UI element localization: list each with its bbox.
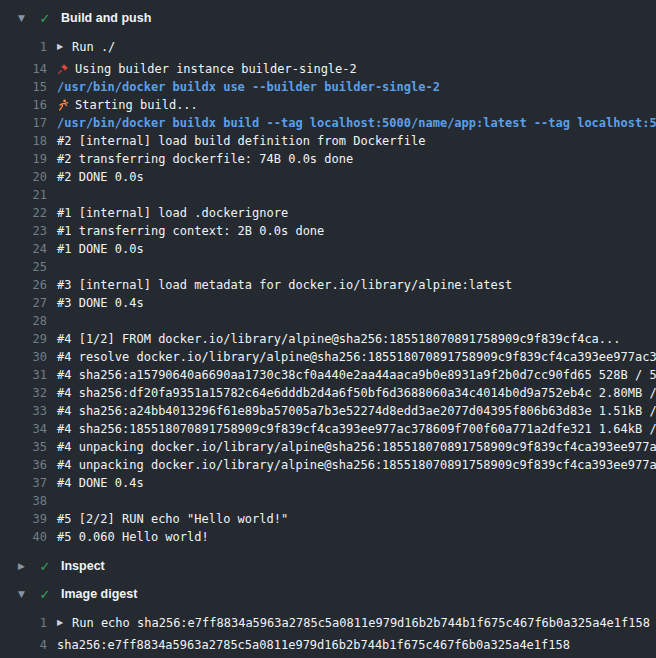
log-line: 32 #4 sha256:df20fa9351a15782c64e6dddb2d… xyxy=(0,384,656,402)
log-line-content: #3 DONE 0.4s xyxy=(57,294,144,312)
log-line-content: /usr/bin/docker buildx use --builder bui… xyxy=(57,78,440,96)
log-text: #4 unpacking docker.io/library/alpine@sh… xyxy=(57,438,656,456)
log-line-content: #2 [internal] load build definition from… xyxy=(57,132,425,150)
chevron-right-icon[interactable]: ▶ xyxy=(18,561,31,571)
line-number[interactable]: 19 xyxy=(0,150,47,168)
log-text: #5 [2/2] RUN echo "Hello world!" xyxy=(57,510,288,528)
expand-line-icon[interactable]: ▶ xyxy=(57,38,66,56)
check-icon: ✓ xyxy=(38,11,52,26)
log-line: 34 #4 sha256:185518070891758909c9f839cf4… xyxy=(0,420,656,438)
section-header[interactable]: ▼ ✓ Image digest xyxy=(0,580,656,608)
log-line-content: #1 DONE 0.0s xyxy=(57,240,144,258)
log-line: 26 #3 [internal] load metadata for docke… xyxy=(0,276,656,294)
line-number[interactable]: 23 xyxy=(0,222,47,240)
check-icon: ✓ xyxy=(38,587,52,602)
line-number[interactable]: 35 xyxy=(0,438,47,456)
log-text: Starting build... xyxy=(75,96,198,114)
section-body: 1 ▶Run ./ 14 Using builder instance buil… xyxy=(0,32,656,552)
workflow-log: ▼ ✓ Build and push 1 ▶Run ./ 14 Using bu… xyxy=(0,0,656,658)
chevron-down-icon[interactable]: ▼ xyxy=(18,13,31,23)
line-number[interactable]: 20 xyxy=(0,168,47,186)
expand-line-icon[interactable]: ▶ xyxy=(57,614,66,632)
section-header[interactable]: ▼ ✓ Build and push xyxy=(0,4,656,32)
log-text: #1 [internal] load .dockerignore xyxy=(57,204,288,222)
log-line-content: /usr/bin/docker buildx build --tag local… xyxy=(57,114,656,132)
line-number[interactable]: 25 xyxy=(0,258,47,276)
log-line-content: ▶Run echo sha256:e7ff8834a5963a2785c5a08… xyxy=(57,614,650,632)
line-number[interactable]: 17 xyxy=(0,114,47,132)
section-header[interactable]: ▶ ✓ Inspect xyxy=(0,552,656,580)
log-line: 30 #4 resolve docker.io/library/alpine@s… xyxy=(0,348,656,366)
log-line: 16 Starting build... xyxy=(0,96,656,114)
chevron-down-icon[interactable]: ▼ xyxy=(18,589,31,599)
line-number[interactable]: 18 xyxy=(0,132,47,150)
line-number[interactable]: 32 xyxy=(0,384,47,402)
log-text: #4 sha256:185518070891758909c9f839cf4ca3… xyxy=(57,420,656,438)
log-line: 39 #5 [2/2] RUN echo "Hello world!" xyxy=(0,510,656,528)
line-number[interactable]: 31 xyxy=(0,366,47,384)
line-number[interactable]: 21 xyxy=(0,186,47,204)
section-title: Build and push xyxy=(61,11,151,25)
log-text: sha256:e7ff8834a5963a2785c5a0811e979d16b… xyxy=(57,636,570,654)
line-number[interactable]: 26 xyxy=(0,276,47,294)
log-line-content: #4 [1/2] FROM docker.io/library/alpine@s… xyxy=(57,330,621,348)
line-number[interactable]: 40 xyxy=(0,528,47,546)
log-line: 14 Using builder instance builder-single… xyxy=(0,60,656,78)
line-number[interactable]: 1 xyxy=(0,38,47,56)
log-line-content: #5 [2/2] RUN echo "Hello world!" xyxy=(57,510,288,528)
log-line: 28 xyxy=(0,312,656,330)
line-number[interactable]: 30 xyxy=(0,348,47,366)
log-line-content: Starting build... xyxy=(57,96,198,114)
log-line: 24 #1 DONE 0.0s xyxy=(0,240,656,258)
log-line: 35 #4 unpacking docker.io/library/alpine… xyxy=(0,438,656,456)
line-number[interactable]: 27 xyxy=(0,294,47,312)
log-text: #3 DONE 0.4s xyxy=(57,294,144,312)
log-text: #5 0.060 Hello world! xyxy=(57,528,209,546)
log-line: 18 #2 [internal] load build definition f… xyxy=(0,132,656,150)
log-line-content: #1 [internal] load .dockerignore xyxy=(57,204,288,222)
log-line-content: #1 transferring context: 2B 0.0s done xyxy=(57,222,324,240)
log-line-content: #4 unpacking docker.io/library/alpine@sh… xyxy=(57,456,656,474)
log-text: #4 [1/2] FROM docker.io/library/alpine@s… xyxy=(57,330,621,348)
runner-icon xyxy=(57,99,69,111)
line-number[interactable]: 22 xyxy=(0,204,47,222)
log-line: 1 ▶Run echo sha256:e7ff8834a5963a2785c5a… xyxy=(0,614,656,632)
line-number[interactable]: 33 xyxy=(0,402,47,420)
log-line: 29 #4 [1/2] FROM docker.io/library/alpin… xyxy=(0,330,656,348)
line-number[interactable]: 36 xyxy=(0,456,47,474)
log-text: Run echo sha256:e7ff8834a5963a2785c5a081… xyxy=(72,614,650,632)
log-line: 4 sha256:e7ff8834a5963a2785c5a0811e979d1… xyxy=(0,636,656,654)
log-line: 27 #3 DONE 0.4s xyxy=(0,294,656,312)
line-number[interactable]: 1 xyxy=(0,614,47,632)
line-number[interactable]: 24 xyxy=(0,240,47,258)
line-number[interactable]: 15 xyxy=(0,78,47,96)
line-number[interactable]: 28 xyxy=(0,312,47,330)
log-text: #4 sha256:df20fa9351a15782c64e6dddb2d4a6… xyxy=(57,384,656,402)
line-number[interactable]: 34 xyxy=(0,420,47,438)
line-number[interactable]: 39 xyxy=(0,510,47,528)
log-line: 17 /usr/bin/docker buildx build --tag lo… xyxy=(0,114,656,132)
line-number[interactable]: 37 xyxy=(0,474,47,492)
log-text: #4 resolve docker.io/library/alpine@sha2… xyxy=(57,348,656,366)
line-number[interactable]: 14 xyxy=(0,60,47,78)
line-number[interactable]: 16 xyxy=(0,96,47,114)
log-section: ▼ ✓ Build and push 1 ▶Run ./ 14 Using bu… xyxy=(0,4,656,552)
log-line-content: #4 sha256:df20fa9351a15782c64e6dddb2d4a6… xyxy=(57,384,656,402)
line-number[interactable]: 4 xyxy=(0,636,47,654)
section-body: 1 ▶Run echo sha256:e7ff8834a5963a2785c5a… xyxy=(0,608,656,658)
line-number[interactable]: 29 xyxy=(0,330,47,348)
log-section: ▶ ✓ Inspect xyxy=(0,552,656,580)
log-line-content: #4 unpacking docker.io/library/alpine@sh… xyxy=(57,438,656,456)
log-text: #2 [internal] load build definition from… xyxy=(57,132,425,150)
log-line: 1 ▶Run ./ xyxy=(0,38,656,56)
log-text: /usr/bin/docker buildx build --tag local… xyxy=(57,114,656,132)
log-text: #1 DONE 0.0s xyxy=(57,240,144,258)
log-line-content: #5 0.060 Hello world! xyxy=(57,528,209,546)
log-line: 33 #4 sha256:a24bb4013296f61e89ba57005a7… xyxy=(0,402,656,420)
log-text: #2 DONE 0.0s xyxy=(57,168,144,186)
line-number[interactable]: 38 xyxy=(0,492,47,510)
log-line: 20 #2 DONE 0.0s xyxy=(0,168,656,186)
log-line: 25 xyxy=(0,258,656,276)
log-line-content: #4 sha256:a24bb4013296f61e89ba57005a7b3e… xyxy=(57,402,656,420)
log-line: 38 xyxy=(0,492,656,510)
